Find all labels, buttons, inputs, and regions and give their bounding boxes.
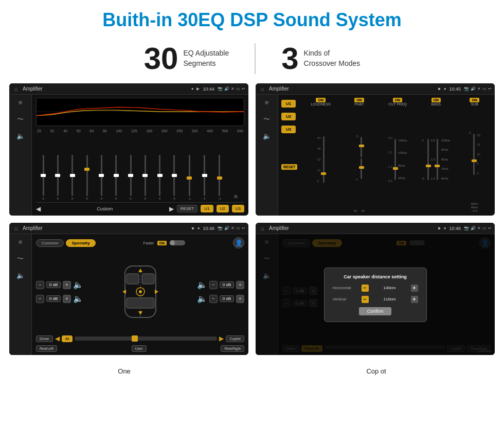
back-icon-4: ↩	[488, 226, 492, 230]
vertical-minus[interactable]: −	[362, 296, 369, 303]
cam-icon-4: 📷	[464, 226, 469, 230]
vertical-plus[interactable]: +	[411, 296, 418, 303]
freq-25: 25	[37, 129, 41, 133]
eq-fader-8[interactable]: 0	[145, 155, 146, 200]
eq-fader-6[interactable]: 0	[115, 155, 117, 200]
sub-label: SUB	[471, 102, 478, 106]
vol-icon-4: 🔊	[471, 226, 476, 230]
home-icon[interactable]: ⌂	[12, 85, 20, 93]
vol-row-bottomright: 🔈 − 0 dB +	[197, 294, 244, 304]
freq-400: 400	[207, 129, 213, 133]
vol-value-bl: 0 dB	[46, 295, 61, 302]
copilot-btn-3[interactable]: Copilot	[226, 335, 244, 342]
horizontal-value: 140cm	[372, 286, 408, 290]
reset-btn-crossover[interactable]: RESET	[281, 164, 297, 170]
fader-track-9	[159, 155, 160, 196]
screen-eq-title: Amplifier	[23, 86, 188, 92]
stat-crossover-desc: Kinds of Crossover Modes	[304, 48, 361, 68]
wave-icon-3[interactable]: 〜	[17, 254, 24, 263]
freq-50: 50	[77, 129, 81, 133]
dot-icon-3: ●	[197, 226, 200, 230]
eq-icon-2[interactable]: ≡	[265, 99, 269, 106]
cam-icon-2: 📷	[464, 86, 469, 91]
eq-chart	[36, 98, 244, 126]
screen-speaker: ⌂ Amplifier ■ ● 10:46 📷 🔊 ✕ ▭ ↩ ≡ 〜 🔈	[9, 223, 248, 355]
wave-icon[interactable]: 〜	[17, 115, 24, 124]
horizontal-plus[interactable]: +	[411, 285, 418, 292]
bass-on[interactable]: ON	[431, 98, 441, 102]
crossover-bands-row: ON LOUDNESS 64 48 32 16 0	[300, 95, 495, 216]
u3-btn[interactable]: U3	[232, 205, 244, 212]
eq-fader-5[interactable]: 0	[101, 155, 102, 200]
eq-icon-3[interactable]: ≡	[19, 238, 23, 246]
phat-on[interactable]: ON	[354, 98, 364, 102]
speaker-icon[interactable]: 🔈	[16, 132, 25, 140]
eq-fader-3[interactable]: 0	[71, 155, 73, 200]
loudness-fader[interactable]: 64 48 32 16 0	[317, 106, 325, 212]
loudness-on[interactable]: ON	[316, 98, 326, 102]
vol-sidebar-icon[interactable]: 🔈	[16, 272, 25, 279]
driver-btn[interactable]: Driver	[36, 335, 53, 342]
minus-btn-tl[interactable]: −	[36, 281, 44, 289]
speaker-tab-row: Common Specialty Fader ON 👤	[36, 237, 244, 248]
specialty-tab[interactable]: Specialty	[66, 239, 95, 247]
eq-fader-9[interactable]: 0	[159, 155, 160, 200]
screen-crossover-content: ≡ 〜 🔈 U1 U2 U3 RESET ON LOUDNESS	[256, 95, 495, 216]
minus-btn-br[interactable]: −	[209, 295, 218, 303]
eq-fader-11[interactable]: -1	[188, 155, 191, 200]
bass-fader[interactable]: F G 3.0 1.5 1.0	[422, 106, 450, 212]
home-icon-4[interactable]: ⌂	[259, 225, 266, 232]
next-btn[interactable]: ▶	[169, 205, 174, 212]
sub-fader[interactable]: G 20 15 10 5 0	[469, 106, 480, 202]
fader-thumb-11	[187, 176, 192, 180]
phat-fader[interactable]: G F	[356, 106, 363, 209]
minus-btn-bl[interactable]: −	[36, 295, 44, 303]
eq-fader-7[interactable]: 0	[130, 155, 131, 200]
plus-btn-tl[interactable]: +	[63, 281, 71, 289]
eq-fader-10[interactable]: 0	[173, 155, 175, 200]
confirm-btn[interactable]: Confirm	[359, 307, 392, 315]
prev-btn[interactable]: ◀	[36, 205, 41, 212]
horizontal-row: Horizontal − 140cm +	[333, 285, 418, 292]
eq-icon[interactable]: ≡	[19, 99, 23, 106]
fader-on-toggle[interactable]: ON	[157, 241, 167, 245]
horizontal-minus[interactable]: −	[362, 285, 369, 292]
bass-label: BASS	[431, 102, 441, 106]
preset-u1[interactable]: U1	[281, 100, 296, 108]
label-one: One	[118, 367, 131, 375]
cutfreq-fader[interactable]: 3.0 2.1 1.3 0.5 120Hz 100Hz	[388, 106, 407, 212]
slider-bar[interactable]	[75, 336, 217, 341]
plus-btn-tr[interactable]: +	[236, 281, 244, 289]
person-avatar-btn[interactable]: 👤	[233, 237, 244, 248]
eq-fader-13[interactable]: -1	[218, 155, 221, 200]
fader-slider[interactable]	[170, 240, 185, 245]
all-btn[interactable]: All	[62, 335, 73, 342]
sub-on[interactable]: ON	[470, 98, 479, 102]
home-icon-3[interactable]: ⌂	[12, 225, 20, 232]
eq-fader-1[interactable]: 0	[42, 155, 44, 200]
reset-btn[interactable]: RESET	[177, 205, 198, 212]
freq-100: 100	[116, 129, 122, 133]
rearleft-btn[interactable]: RearLeft	[36, 345, 57, 352]
fader-thumb-1	[41, 174, 46, 177]
eq-fader-2[interactable]: 0	[57, 155, 59, 200]
eq-fader-4[interactable]: 5	[86, 155, 87, 200]
preset-u2[interactable]: U2	[281, 113, 296, 120]
speaker-bl-icon: 🔈	[73, 294, 83, 304]
eq-fader-12[interactable]: 0	[204, 155, 205, 200]
freq-250: 250	[176, 129, 183, 133]
plus-btn-bl[interactable]: +	[63, 295, 71, 303]
cutfreq-on[interactable]: ON	[393, 98, 403, 102]
u1-btn[interactable]: U1	[201, 205, 213, 212]
speaker-icon-2[interactable]: 🔈	[263, 132, 271, 140]
home-icon-2[interactable]: ⌂	[259, 85, 266, 93]
chevron-right-icon[interactable]: »	[234, 192, 238, 200]
plus-btn-br[interactable]: +	[236, 295, 244, 303]
minus-btn-tr[interactable]: −	[209, 281, 218, 289]
rearright-btn[interactable]: RearRight	[221, 345, 244, 352]
common-tab[interactable]: Common	[36, 239, 64, 247]
user-btn-3[interactable]: User	[132, 345, 147, 352]
wave-icon-2[interactable]: 〜	[263, 115, 270, 124]
u2-btn[interactable]: U2	[217, 205, 229, 212]
preset-u3[interactable]: U3	[281, 126, 296, 133]
